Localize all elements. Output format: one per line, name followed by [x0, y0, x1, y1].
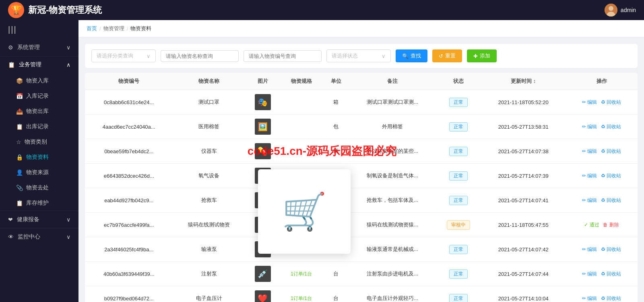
sidebar-item-system[interactable]: ⚙ 系统管理 ∨ — [0, 39, 78, 56]
user-menu[interactable]: admin — [605, 4, 636, 16]
category-select[interactable]: 请选择分类查询 ∨ — [91, 49, 156, 62]
delete-btn[interactable]: 🗑 删除 — [603, 222, 619, 228]
breadcrumb-sep1: / — [99, 26, 101, 32]
cell-ops: ✏ 编辑 ♻ 回收站 — [566, 115, 638, 139]
cell-unit: 台 — [322, 262, 349, 286]
sidebar-item-inventory[interactable]: 📋 库存维护 — [0, 195, 78, 211]
sidebar-item-business[interactable]: 📋 业务管理 ∧ — [0, 56, 78, 73]
pass-btn[interactable]: ✓ 通过 — [584, 222, 599, 228]
col-updated[interactable]: 更新时间 ↕ — [481, 73, 566, 90]
status-placeholder: 请选择状态 — [332, 52, 358, 60]
status-select[interactable]: 请选择状态 ∨ — [326, 49, 391, 62]
username: admin — [621, 7, 636, 13]
sidebar-label-business: 业务管理 — [19, 61, 41, 68]
sidebar-item-stock-out[interactable]: 📤 物资出库 — [0, 104, 78, 119]
breadcrumb-sep2: / — [127, 26, 128, 32]
cell-image[interactable]: 🎭 — [245, 90, 280, 115]
plus-icon: ✚ — [473, 53, 478, 59]
add-button[interactable]: ✚ 添加 — [467, 49, 497, 62]
cell-name: 仪器车 — [173, 139, 246, 164]
edit-btn[interactable]: ✏ 编辑 — [582, 197, 597, 203]
sidebar-toggle[interactable]: ||| — [0, 20, 78, 39]
cell-updated: 2021-05-27T14:07:38 — [481, 139, 566, 164]
recycle-btn[interactable]: ♻ 回收站 — [601, 173, 621, 179]
code-input[interactable] — [244, 50, 322, 62]
breadcrumb: 首页 / 物资管理 / 物资资料 — [78, 20, 644, 37]
img-thumb: ❤️ — [255, 290, 271, 302]
sidebar-section-business: 📋 业务管理 ∧ 📦 物资入库 📅 入库记录 📤 物资出库 📋 出库记录 — [0, 56, 78, 211]
sidebar-section-monitor: 👁 监控中心 ∨ — [0, 228, 78, 245]
cell-updated: 2021-05-27T14:07:41 — [481, 188, 566, 213]
sidebar-item-category[interactable]: ☆ 物资类别 — [0, 134, 78, 150]
cell-remark: 注射泵由步进电机及... — [349, 262, 436, 286]
svg-point-3 — [609, 6, 613, 11]
edit-btn[interactable]: ✏ 编辑 — [582, 148, 597, 154]
cell-ops: ✏ 编辑 ♻ 回收站 — [566, 237, 638, 262]
col-image: 图片 — [245, 73, 280, 90]
table-row: eab44d927fb042c9... 抢救车 🚑 1订单/1辆 辆 抢救车，包… — [85, 188, 638, 213]
cell-updated: 2021-05-27T14:07:44 — [481, 262, 566, 286]
status-badge: 正常 — [449, 122, 468, 131]
sidebar-item-stock-in[interactable]: 📦 物资入库 — [0, 73, 78, 88]
chevron-down-icon2: ∨ — [66, 216, 70, 223]
edit-btn[interactable]: ✏ 编辑 — [582, 99, 597, 105]
cell-ops: ✏ 编辑 ♻ 回收站 — [566, 90, 638, 115]
recycle-btn[interactable]: ♻ 回收站 — [601, 197, 621, 203]
status-badge: 正常 — [449, 171, 468, 181]
recycle-btn[interactable]: ♻ 回收站 — [601, 148, 621, 154]
recycle-btn[interactable]: ♻ 回收站 — [601, 247, 621, 252]
table-row: 40b60a3f639449f39... 注射泵 💉 1订单/1台 台 注射泵由… — [85, 262, 638, 286]
col-status: 状态 — [436, 73, 481, 90]
filter-bar: 请选择分类查询 ∨ 请选择状态 ∨ 🔍 查找 ↺ 重置 ✚ — [85, 44, 638, 68]
cell-image[interactable]: 💊 — [245, 139, 280, 164]
list-icon: 📋 — [16, 200, 23, 206]
cell-image[interactable]: 🖼️ — [245, 115, 280, 139]
sidebar-item-source[interactable]: 👤 物资来源 — [0, 165, 78, 180]
edit-btn[interactable]: ✏ 编辑 — [582, 247, 597, 252]
sidebar-item-health[interactable]: ❤ 健康报备 ∨ — [0, 211, 78, 228]
cell-updated: 2021-11-18T05:52:20 — [481, 90, 566, 115]
calendar-icon: 📅 — [16, 93, 23, 99]
cell-image[interactable]: 💉 — [245, 262, 280, 286]
recycle-btn[interactable]: ♻ 回收站 — [601, 99, 621, 105]
table-row: b0927f9bed064d72... 电子血压计 ❤️ 1订单/1台 台 电子… — [85, 286, 638, 302]
sidebar-item-monitor[interactable]: 👁 监控中心 ∨ — [0, 228, 78, 245]
cell-image[interactable]: ❤️ — [245, 286, 280, 302]
col-code: 物资编号 — [85, 73, 173, 90]
recycle-btn[interactable]: ♻ 回收站 — [601, 296, 621, 301]
name-input[interactable] — [161, 50, 239, 62]
edit-btn[interactable]: ✏ 编辑 — [582, 124, 597, 129]
business-icon: 📋 — [8, 62, 15, 68]
sidebar-item-stock-out-record[interactable]: 📋 出库记录 — [0, 119, 78, 134]
status-badge: 正常 — [449, 245, 468, 254]
edit-btn[interactable]: ✏ 编辑 — [582, 296, 597, 301]
recycle-btn[interactable]: ♻ 回收站 — [601, 271, 621, 277]
table-row: 2a34f46025fc4f9ba... 输液泵 💉 1订单/1台 台 输液泵通… — [85, 237, 638, 262]
star-icon: ☆ — [16, 139, 21, 145]
doc-icon: 📋 — [16, 123, 23, 130]
recycle-btn[interactable]: ♻ 回收站 — [601, 124, 621, 129]
status-badge: 正常 — [449, 294, 468, 302]
breadcrumb-home[interactable]: 首页 — [87, 25, 97, 32]
cell-code: eab44d927fb042c9... — [85, 188, 173, 213]
table-row: ec7b976accfe499fa... 猿码在线测试物资 📱 10 箱 猿码在… — [85, 213, 638, 237]
search-button[interactable]: 🔍 查找 — [396, 49, 427, 62]
edit-btn[interactable]: ✏ 编辑 — [582, 173, 597, 179]
sidebar-item-destination[interactable]: 📎 物资去处 — [0, 180, 78, 195]
reset-button[interactable]: ↺ 重置 — [432, 49, 462, 62]
sidebar-item-stock-in-record[interactable]: 📅 入库记录 — [0, 88, 78, 104]
img-thumb: 🖼️ — [255, 119, 271, 135]
clip-icon: 📎 — [16, 185, 23, 191]
chevron-down-icon3: ∨ — [66, 234, 70, 240]
edit-btn[interactable]: ✏ 编辑 — [582, 271, 597, 277]
gear-icon: ⚙ — [8, 44, 13, 51]
cell-updated: 2021-05-27T14:07:42 — [481, 237, 566, 262]
cell-remark: 猿码在线测试物资猿... — [349, 213, 436, 237]
spec-tag: 1订单/1台 — [291, 271, 312, 277]
sidebar-item-materials[interactable]: 🔒 物资资料 — [0, 150, 78, 165]
chevron-up-icon: ∧ — [66, 62, 70, 68]
col-unit: 单位 — [322, 73, 349, 90]
cell-ops: ✏ 编辑 ♻ 回收站 — [566, 188, 638, 213]
col-spec: 物资规格 — [280, 73, 322, 90]
table-row: 4aacd6ec7cc24040a... 医用棉签 🖼️ 包 外用棉签 正常 2… — [85, 115, 638, 139]
